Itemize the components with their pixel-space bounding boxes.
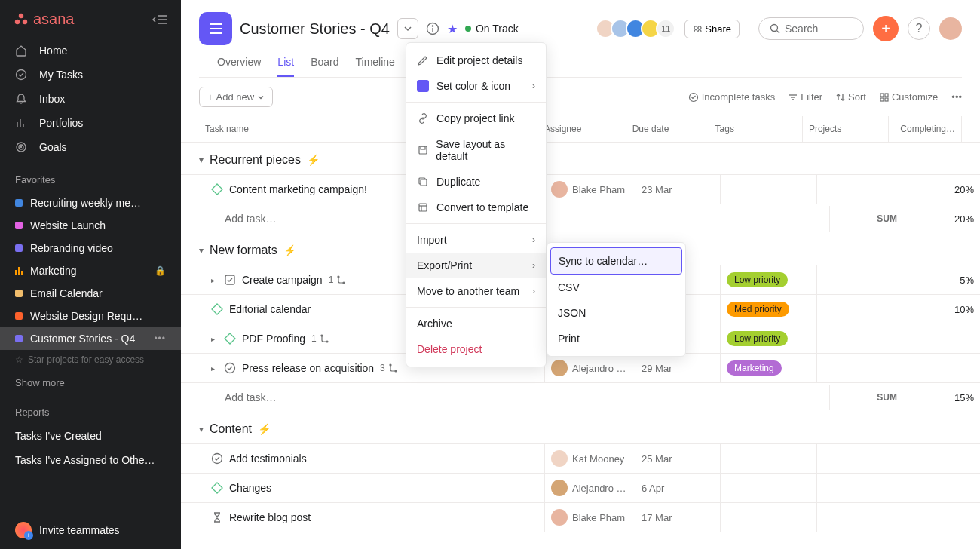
cell-due-date[interactable]: 25 Mar: [635, 444, 720, 473]
sidebar-favorite-item[interactable]: Rebranding video: [0, 237, 181, 259]
cell-completing[interactable]: 5%: [905, 265, 980, 294]
task-status-icon[interactable]: [224, 362, 236, 374]
cell-tags[interactable]: [720, 503, 816, 532]
sidebar-favorite-item[interactable]: Website Design Requ…: [0, 305, 181, 327]
show-more-button[interactable]: Show more: [0, 370, 181, 396]
help-button[interactable]: ?: [908, 17, 930, 40]
nav-my-tasks[interactable]: My Tasks: [0, 63, 181, 87]
task-status-icon[interactable]: [211, 452, 223, 465]
sidebar-favorite-item[interactable]: Customer Stories - Q4•••: [0, 327, 181, 350]
section-header[interactable]: ▾Content⚡: [181, 412, 980, 443]
project-actions-dropdown-button[interactable]: [397, 18, 418, 39]
col-due-date[interactable]: Due date: [626, 116, 709, 142]
info-icon[interactable]: [426, 22, 439, 35]
cell-due-date[interactable]: 17 Mar: [635, 503, 720, 532]
task-status-icon[interactable]: [211, 183, 223, 195]
cell-due-date[interactable]: 6 Apr: [635, 474, 720, 502]
dd-import[interactable]: Import›: [406, 227, 546, 253]
customize-button[interactable]: Customize: [880, 91, 938, 103]
share-button[interactable]: Share: [684, 20, 740, 38]
dd-print[interactable]: Print: [547, 326, 685, 351]
cell-completing[interactable]: 10%: [905, 295, 980, 324]
sort-button[interactable]: Sort: [836, 91, 866, 103]
collapse-sidebar-icon[interactable]: [152, 14, 167, 25]
cell-due-date[interactable]: 29 Mar: [635, 354, 720, 382]
cell-projects[interactable]: [816, 265, 905, 294]
report-item[interactable]: Tasks I've Assigned to Othe…: [0, 448, 181, 472]
task-row[interactable]: ChangesAlejandro …6 Apr: [181, 473, 980, 502]
sidebar-favorite-item[interactable]: Website Launch: [0, 214, 181, 237]
sidebar-favorite-item[interactable]: Recruiting weekly me…: [0, 192, 181, 214]
add-task-button[interactable]: Add task…: [181, 384, 829, 411]
collapse-icon[interactable]: ▾: [199, 155, 204, 165]
nav-home[interactable]: Home: [0, 38, 181, 63]
tab-list[interactable]: List: [277, 56, 294, 77]
dd-convert-template[interactable]: Convert to template: [406, 195, 546, 220]
search-input[interactable]: Search: [758, 17, 864, 40]
cell-projects[interactable]: [816, 324, 905, 353]
task-row[interactable]: Rewrite blog postBlake Pham17 Mar: [181, 502, 980, 532]
status-pill[interactable]: On Track: [465, 23, 519, 35]
cell-projects[interactable]: [816, 354, 905, 382]
project-icon[interactable]: [199, 12, 232, 45]
task-row[interactable]: Content marketing campaign!Blake Pham23 …: [181, 174, 980, 204]
task-status-icon[interactable]: [211, 511, 223, 523]
filter-button[interactable]: Filter: [789, 91, 822, 103]
more-icon[interactable]: •••: [154, 333, 166, 344]
cell-projects[interactable]: [816, 295, 905, 324]
collapse-icon[interactable]: ▾: [199, 424, 204, 434]
cell-tags[interactable]: Marketing: [720, 354, 816, 382]
dd-set-color[interactable]: Set color & icon›: [406, 73, 546, 99]
cell-completing[interactable]: [905, 444, 980, 473]
cell-projects[interactable]: [816, 474, 905, 502]
dd-archive[interactable]: Archive: [406, 311, 546, 336]
task-row[interactable]: Add testimonialsKat Mooney25 Mar: [181, 443, 980, 473]
user-avatar[interactable]: [939, 17, 962, 40]
col-projects[interactable]: Projects: [803, 116, 889, 142]
tab-timeline[interactable]: Timeline: [356, 56, 395, 77]
col-assignee[interactable]: Assignee: [538, 116, 626, 142]
cell-completing[interactable]: [905, 324, 980, 353]
cell-tags[interactable]: Med priority: [720, 295, 816, 324]
add-new-button[interactable]: + Add new: [199, 87, 273, 107]
expand-icon[interactable]: ▸: [211, 276, 215, 284]
nav-portfolios[interactable]: Portfolios: [0, 111, 181, 135]
cell-projects[interactable]: [816, 503, 905, 532]
dd-duplicate[interactable]: Duplicate: [406, 169, 546, 195]
dd-save-layout[interactable]: Save layout as default: [406, 131, 546, 169]
task-status-icon[interactable]: [211, 482, 223, 494]
dd-export-print[interactable]: Export/Print›: [406, 253, 546, 278]
nav-inbox[interactable]: Inbox: [0, 87, 181, 111]
dd-sync-calendar[interactable]: Sync to calendar…: [550, 247, 682, 274]
col-tags[interactable]: Tags: [709, 116, 803, 142]
invite-teammates-button[interactable]: Invite teammates: [0, 511, 181, 549]
expand-icon[interactable]: ▸: [211, 335, 215, 343]
sidebar-favorite-item[interactable]: Email Calendar: [0, 282, 181, 305]
nav-goals[interactable]: Goals: [0, 135, 181, 159]
task-row[interactable]: ▸Press release on acquisition3 Alejandro…: [181, 353, 980, 382]
logo[interactable]: asana: [14, 11, 75, 28]
col-completing[interactable]: Completing…: [889, 116, 962, 142]
collapse-icon[interactable]: ▾: [199, 245, 204, 256]
dd-move-team[interactable]: Move to another team›: [406, 278, 546, 304]
cell-projects[interactable]: [816, 175, 905, 204]
task-status-icon[interactable]: [224, 274, 236, 286]
cell-tags[interactable]: Low priority: [720, 324, 816, 353]
member-avatars[interactable]: 11: [600, 19, 675, 38]
cell-assignee[interactable]: Alejandro …: [544, 474, 635, 502]
report-item[interactable]: Tasks I've Created: [0, 424, 181, 448]
dd-edit-details[interactable]: Edit project details: [406, 48, 546, 73]
cell-completing[interactable]: [905, 474, 980, 502]
cell-assignee[interactable]: Blake Pham: [544, 503, 635, 532]
more-actions-button[interactable]: •••: [951, 91, 962, 103]
dd-export-json[interactable]: JSON: [547, 300, 685, 326]
cell-tags[interactable]: [720, 175, 816, 204]
task-status-icon[interactable]: [224, 333, 236, 345]
cell-completing[interactable]: [905, 503, 980, 532]
sidebar-favorite-item[interactable]: Marketing🔒: [0, 259, 181, 282]
cell-assignee[interactable]: Kat Mooney: [544, 444, 635, 473]
tab-board[interactable]: Board: [311, 56, 338, 77]
task-status-icon[interactable]: [211, 303, 223, 315]
dd-delete-project[interactable]: Delete project: [406, 336, 546, 362]
cell-tags[interactable]: [720, 444, 816, 473]
